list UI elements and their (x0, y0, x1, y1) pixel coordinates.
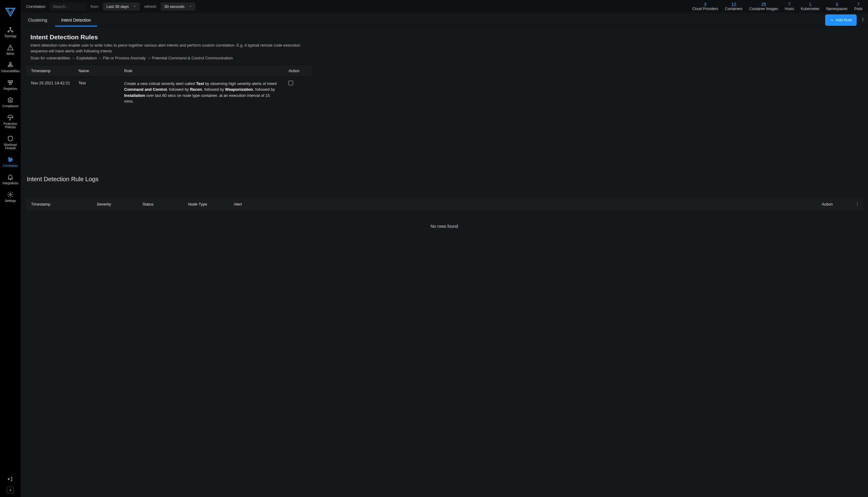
search-input[interactable] (50, 2, 86, 11)
cell-timestamp: Nov 25 2021 14:42:21 (26, 76, 74, 109)
svg-point-3 (10, 64, 11, 66)
svg-point-18 (857, 203, 858, 204)
stat-container-images[interactable]: 25Container Images (749, 2, 778, 11)
sidebar-item-label: Protection Policies (1, 122, 20, 129)
add-rule-button[interactable]: ＋ Add Rule (825, 15, 856, 26)
stat-hosts[interactable]: 7Hosts (785, 2, 794, 11)
row-select-checkbox[interactable] (289, 81, 293, 85)
cell-action (284, 76, 312, 109)
cell-rule: Create a new critical severity alert cal… (120, 76, 284, 109)
tab-bar: Clustering Intent Detection ＋ Add Rule (21, 13, 868, 27)
rules-section-desc2: Scan for vulnerabilities → Exploitation … (30, 55, 304, 61)
sidebar: Topology Alerts Vulnerabilities Registri… (0, 0, 21, 497)
svg-point-19 (857, 205, 858, 205)
svg-rect-7 (8, 81, 10, 82)
logout-button[interactable] (6, 475, 14, 483)
sidebar-item-label: Compliance (2, 104, 18, 108)
bank-icon (7, 97, 14, 103)
svg-point-17 (857, 202, 858, 203)
col-node-type: Node Type (184, 202, 230, 207)
tab-clustering[interactable]: Clustering (26, 14, 49, 26)
sidebar-item-workload-firewall[interactable]: Workload Firewall (0, 132, 21, 153)
col-status: Status (138, 202, 184, 207)
stat-containers[interactable]: 12Containers (725, 2, 742, 11)
sidebar-item-label: Alerts (6, 52, 14, 56)
chevron-down-icon (189, 4, 192, 9)
sidebar-item-protection-policies[interactable]: Protection Policies (0, 111, 21, 132)
stat-namespaces[interactable]: 3Namespaces (826, 2, 848, 11)
collapse-sidebar-button[interactable]: « (7, 487, 14, 493)
sidebar-item-label: Correlation (3, 164, 18, 168)
sidebar-item-vulnerabilities[interactable]: Vulnerabilities (0, 58, 21, 76)
svg-rect-9 (10, 83, 11, 84)
table-row: Nov 25 2021 14:42:21 Test Create a new c… (26, 76, 312, 109)
time-range-select[interactable]: Last 30 days (103, 2, 140, 11)
svg-point-15 (863, 19, 863, 20)
rules-section-title: Intent Detection Rules (30, 33, 863, 41)
select-value: 30 seconds (164, 4, 185, 9)
tab-intent-detection[interactable]: Intent Detection (59, 14, 93, 26)
svg-point-1 (8, 31, 9, 32)
sidebar-item-compliance[interactable]: Compliance (0, 94, 21, 111)
rules-section-desc1: Intent detection rules enable user to wr… (30, 43, 304, 54)
refresh-interval-select[interactable]: 30 seconds (161, 2, 196, 11)
breadcrumb: Correlation (26, 4, 46, 9)
brand-logo[interactable] (5, 6, 16, 18)
sidebar-item-label: Workload Firewall (1, 143, 20, 150)
sidebar-item-label: Topology (4, 34, 16, 38)
plus-icon: ＋ (830, 17, 834, 23)
col-timestamp: Timestamp (26, 66, 74, 76)
sidebar-item-label: Integrations (2, 182, 18, 185)
more-options-button[interactable] (859, 16, 866, 24)
logs-empty-message: No rows found (26, 210, 863, 242)
col-action: Action (284, 66, 312, 76)
svg-point-2 (12, 31, 13, 32)
cell-name: Test (74, 76, 120, 109)
logs-more-button[interactable] (851, 201, 863, 208)
logs-section-title: Intent Detection Rule Logs (27, 176, 863, 183)
sidebar-item-settings[interactable]: Settings (0, 188, 21, 206)
sidebar-item-integrations[interactable]: Integrations (0, 171, 21, 188)
svg-rect-8 (11, 81, 13, 82)
gear-icon (7, 191, 14, 198)
col-action: Action (818, 202, 851, 207)
registry-icon (7, 79, 14, 86)
svg-point-6 (11, 65, 13, 67)
svg-point-13 (10, 194, 11, 196)
chevron-down-icon (133, 4, 137, 9)
stat-kubernetes[interactable]: 1Kubernetes (801, 2, 819, 11)
sidebar-item-label: Settings (5, 199, 16, 203)
col-timestamp: Timestamp (26, 202, 92, 207)
stats-bar: 3Cloud Providers 12Containers 25Containe… (692, 2, 863, 11)
col-alert: Alert (230, 202, 818, 207)
sidebar-item-label: Vulnerabilities (1, 69, 20, 73)
sidebar-item-correlation[interactable]: Correlation (0, 153, 21, 171)
biohazard-icon (7, 61, 14, 68)
col-name: Name (74, 66, 120, 76)
button-label: Add Rule (836, 18, 852, 22)
topbar: Correlation from Last 30 days refresh 30… (21, 0, 868, 13)
col-severity: Severity (92, 202, 138, 207)
sidebar-item-topology[interactable]: Topology (0, 24, 21, 41)
refresh-label: refresh (144, 4, 156, 9)
from-label: from (91, 4, 99, 9)
topology-icon (7, 27, 14, 33)
sliders-icon (7, 156, 14, 163)
sidebar-item-label: Registries (4, 87, 17, 91)
stat-cloud-providers[interactable]: 3Cloud Providers (692, 2, 718, 11)
rules-table: Timestamp Name Rule Action Nov 25 2021 1… (26, 66, 312, 109)
sidebar-item-alerts[interactable]: Alerts (0, 41, 21, 59)
umbrella-icon (7, 114, 14, 121)
col-rule: Rule (120, 66, 284, 76)
sidebar-item-registries[interactable]: Registries (0, 76, 21, 94)
svg-point-5 (8, 65, 10, 67)
svg-point-4 (10, 62, 11, 64)
bell-icon (7, 174, 14, 180)
svg-point-16 (863, 20, 863, 21)
svg-point-14 (863, 18, 863, 18)
stat-pods[interactable]: 7Pods (854, 2, 863, 11)
select-value: Last 30 days (106, 4, 129, 9)
shield-icon (7, 135, 14, 142)
svg-point-0 (10, 27, 11, 29)
logs-table: Timestamp Severity Status Node Type Aler… (26, 198, 863, 242)
